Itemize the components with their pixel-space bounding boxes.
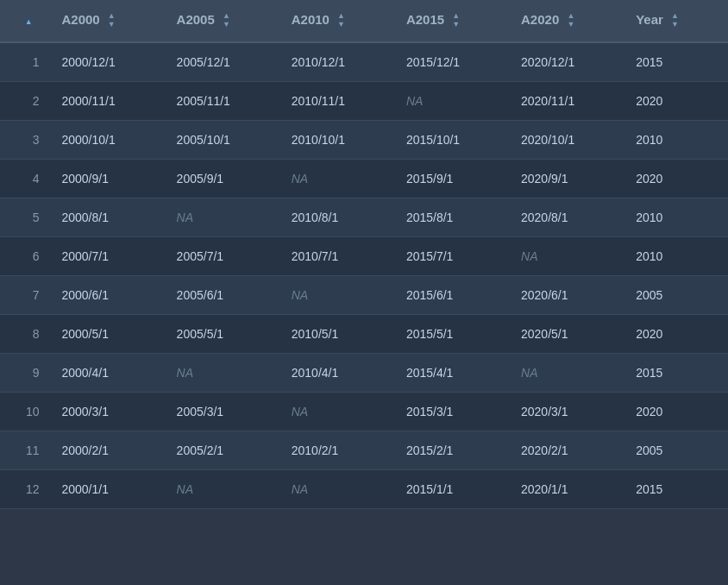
- row-number: 5: [0, 198, 53, 236]
- cell-a2010: NA: [283, 392, 398, 431]
- col-header-A2005[interactable]: A2005 ▲▼: [168, 0, 283, 42]
- cell-a2005: 2005/10/1: [168, 120, 283, 159]
- col-header-Year[interactable]: Year ▲▼: [627, 0, 728, 42]
- cell-a2020: 2020/2/1: [512, 431, 627, 469]
- cell-a2005: 2005/5/1: [168, 314, 283, 353]
- cell-a2005: 2005/12/1: [168, 42, 283, 82]
- cell-a2005: 2005/11/1: [168, 81, 283, 120]
- cell-year: 2005: [627, 275, 728, 314]
- cell-a2020: NA: [512, 353, 627, 392]
- table-row: 62000/7/12005/7/12010/7/12015/7/1NA2010: [0, 236, 728, 275]
- cell-year: 2020: [627, 159, 728, 198]
- cell-a2020: 2020/8/1: [512, 198, 627, 236]
- cell-a2005: NA: [168, 198, 283, 236]
- cell-a2020: 2020/10/1: [512, 120, 627, 159]
- col-header-index[interactable]: ▲: [0, 0, 53, 42]
- cell-a2010: 2010/2/1: [283, 431, 398, 469]
- table-row: 12000/12/12005/12/12010/12/12015/12/1202…: [0, 42, 728, 82]
- cell-a2010: 2010/11/1: [283, 81, 398, 120]
- data-table: ▲ A2000 ▲▼ A2005 ▲▼ A2010 ▲▼ A2015 ▲▼ A2…: [0, 0, 728, 509]
- row-number: 2: [0, 81, 53, 120]
- col-header-A2000[interactable]: A2000 ▲▼: [53, 0, 167, 42]
- cell-year: 2015: [627, 42, 728, 82]
- cell-a2005: 2005/3/1: [168, 392, 283, 431]
- table-row: 92000/4/1NA2010/4/12015/4/1NA2015: [0, 353, 728, 392]
- cell-a2000: 2000/10/1: [53, 120, 167, 159]
- cell-a2015: 2015/12/1: [398, 42, 512, 82]
- cell-a2015: 2015/7/1: [398, 236, 512, 275]
- cell-year: 2020: [627, 392, 728, 431]
- cell-a2005: 2005/6/1: [168, 275, 283, 314]
- cell-a2015: 2015/10/1: [398, 120, 512, 159]
- cell-a2000: 2000/11/1: [53, 81, 167, 120]
- row-number: 10: [0, 392, 53, 431]
- table-row: 122000/1/1NANA2015/1/12020/1/12015: [0, 469, 728, 508]
- row-number: 4: [0, 159, 53, 198]
- table-row: 52000/8/1NA2010/8/12015/8/12020/8/12010: [0, 198, 728, 236]
- cell-a2005: NA: [168, 353, 283, 392]
- cell-a2015: 2015/6/1: [398, 275, 512, 314]
- cell-a2000: 2000/12/1: [53, 42, 167, 82]
- row-number: 9: [0, 353, 53, 392]
- cell-a2010: 2010/5/1: [283, 314, 398, 353]
- table-row: 82000/5/12005/5/12010/5/12015/5/12020/5/…: [0, 314, 728, 353]
- cell-a2015: NA: [398, 81, 512, 120]
- table-row: 22000/11/12005/11/12010/11/1NA2020/11/12…: [0, 81, 728, 120]
- cell-year: 2015: [627, 353, 728, 392]
- cell-a2015: 2015/5/1: [398, 314, 512, 353]
- cell-a2020: 2020/1/1: [512, 469, 627, 508]
- cell-a2010: NA: [283, 469, 398, 508]
- cell-a2000: 2000/9/1: [53, 159, 167, 198]
- cell-a2010: 2010/8/1: [283, 198, 398, 236]
- table-body: 12000/12/12005/12/12010/12/12015/12/1202…: [0, 42, 728, 509]
- cell-a2000: 2000/8/1: [53, 198, 167, 236]
- table-row: 102000/3/12005/3/1NA2015/3/12020/3/12020: [0, 392, 728, 431]
- table-header-row: ▲ A2000 ▲▼ A2005 ▲▼ A2010 ▲▼ A2015 ▲▼ A2…: [0, 0, 728, 42]
- cell-a2015: 2015/8/1: [398, 198, 512, 236]
- col-header-A2020[interactable]: A2020 ▲▼: [512, 0, 627, 42]
- cell-a2015: 2015/4/1: [398, 353, 512, 392]
- row-number: 1: [0, 42, 53, 82]
- row-number: 7: [0, 275, 53, 314]
- cell-year: 2020: [627, 81, 728, 120]
- cell-a2005: 2005/7/1: [168, 236, 283, 275]
- cell-a2020: 2020/12/1: [512, 42, 627, 82]
- cell-year: 2005: [627, 431, 728, 469]
- cell-a2000: 2000/6/1: [53, 275, 167, 314]
- cell-a2020: 2020/9/1: [512, 159, 627, 198]
- cell-a2020: NA: [512, 236, 627, 275]
- table-row: 32000/10/12005/10/12010/10/12015/10/1202…: [0, 120, 728, 159]
- cell-a2005: 2005/2/1: [168, 431, 283, 469]
- cell-a2000: 2000/2/1: [53, 431, 167, 469]
- row-number: 12: [0, 469, 53, 508]
- row-number: 6: [0, 236, 53, 275]
- cell-a2010: 2010/12/1: [283, 42, 398, 82]
- cell-a2010: 2010/7/1: [283, 236, 398, 275]
- col-header-A2015[interactable]: A2015 ▲▼: [398, 0, 512, 42]
- cell-a2000: 2000/1/1: [53, 469, 167, 508]
- cell-a2000: 2000/3/1: [53, 392, 167, 431]
- cell-a2015: 2015/1/1: [398, 469, 512, 508]
- cell-a2015: 2015/3/1: [398, 392, 512, 431]
- cell-a2005: NA: [168, 469, 283, 508]
- cell-a2010: NA: [283, 159, 398, 198]
- cell-a2015: 2015/9/1: [398, 159, 512, 198]
- cell-year: 2010: [627, 236, 728, 275]
- cell-year: 2015: [627, 469, 728, 508]
- cell-a2010: 2010/4/1: [283, 353, 398, 392]
- cell-year: 2020: [627, 314, 728, 353]
- table-row: 42000/9/12005/9/1NA2015/9/12020/9/12020: [0, 159, 728, 198]
- cell-year: 2010: [627, 120, 728, 159]
- cell-a2005: 2005/9/1: [168, 159, 283, 198]
- cell-a2020: 2020/11/1: [512, 81, 627, 120]
- row-number: 11: [0, 431, 53, 469]
- cell-a2010: 2010/10/1: [283, 120, 398, 159]
- cell-a2000: 2000/5/1: [53, 314, 167, 353]
- cell-a2000: 2000/4/1: [53, 353, 167, 392]
- col-header-A2010[interactable]: A2010 ▲▼: [283, 0, 398, 42]
- table-row: 112000/2/12005/2/12010/2/12015/2/12020/2…: [0, 431, 728, 469]
- cell-year: 2010: [627, 198, 728, 236]
- cell-a2000: 2000/7/1: [53, 236, 167, 275]
- cell-a2015: 2015/2/1: [398, 431, 512, 469]
- table-row: 72000/6/12005/6/1NA2015/6/12020/6/12005: [0, 275, 728, 314]
